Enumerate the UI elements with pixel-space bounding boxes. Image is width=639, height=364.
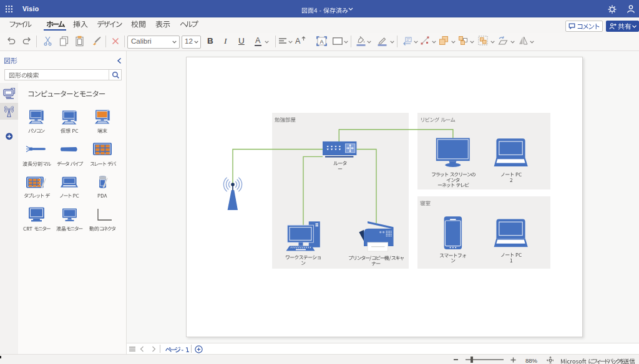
svg-text:A: A: [320, 39, 323, 45]
